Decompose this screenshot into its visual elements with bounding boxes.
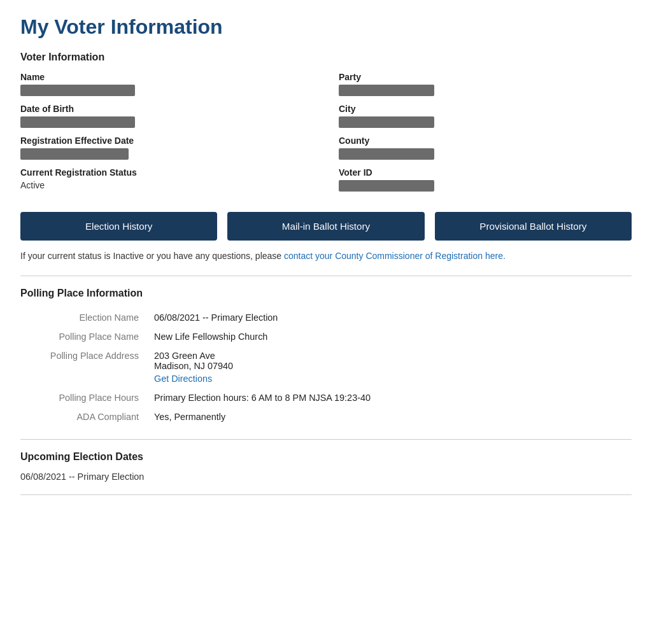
field-city-value [339, 116, 434, 128]
voter-fields-right: Party City County Voter ID [339, 72, 632, 199]
commissioner-link[interactable]: contact your County Commissioner of Regi… [284, 251, 506, 261]
field-voter-id-label: Voter ID [339, 167, 632, 178]
voter-fields-grid: Name Date of Birth Registration Effectiv… [20, 72, 632, 199]
polling-row-ada: ADA Compliant Yes, Permanently [20, 407, 632, 426]
field-voter-id-value [339, 180, 434, 192]
voter-fields-left: Name Date of Birth Registration Effectiv… [20, 72, 313, 199]
field-name-value [20, 85, 135, 96]
provisional-ballot-history-button[interactable]: Provisional Ballot History [435, 212, 632, 241]
field-dob: Date of Birth [20, 104, 313, 128]
polling-row-hours: Polling Place Hours Primary Election hou… [20, 388, 632, 407]
divider-2 [20, 439, 632, 440]
polling-value-ada: Yes, Permanently [154, 407, 632, 426]
field-party-label: Party [339, 72, 632, 82]
field-name: Name [20, 72, 313, 96]
field-party: Party [339, 72, 632, 96]
polling-value-place-name: New Life Fellowship Church [154, 327, 632, 346]
field-name-label: Name [20, 72, 313, 82]
upcoming-elections-section: Upcoming Election Dates 06/08/2021 -- Pr… [20, 451, 632, 482]
polling-place-table: Election Name 06/08/2021 -- Primary Elec… [20, 308, 632, 426]
field-county-label: County [339, 136, 632, 146]
divider-3 [20, 494, 632, 495]
field-voter-id: Voter ID [339, 167, 632, 192]
polling-row-election-name: Election Name 06/08/2021 -- Primary Elec… [20, 308, 632, 327]
field-reg-date-value [20, 148, 129, 160]
mailin-ballot-history-button[interactable]: Mail-in Ballot History [227, 212, 424, 241]
polling-label-ada: ADA Compliant [20, 407, 154, 426]
field-city: City [339, 104, 632, 128]
field-dob-label: Date of Birth [20, 104, 313, 114]
divider-1 [20, 276, 632, 276]
field-county: County [339, 136, 632, 160]
field-county-value [339, 148, 434, 160]
voter-info-section: Voter Information Name Date of Birth Reg… [20, 52, 632, 199]
upcoming-elections-title: Upcoming Election Dates [20, 451, 632, 463]
polling-label-election-name: Election Name [20, 308, 154, 327]
polling-row-place-name: Polling Place Name New Life Fellowship C… [20, 327, 632, 346]
field-reg-date: Registration Effective Date [20, 136, 313, 160]
election-history-button[interactable]: Election History [20, 212, 217, 241]
field-city-label: City [339, 104, 632, 114]
polling-place-title: Polling Place Information [20, 288, 632, 299]
upcoming-election-date: 06/08/2021 -- Primary Election [20, 472, 632, 482]
polling-value-address: 203 Green AveMadison, NJ 07940 Get Direc… [154, 346, 632, 388]
history-buttons-row: Election History Mail-in Ballot History … [20, 212, 632, 241]
polling-label-place-name: Polling Place Name [20, 327, 154, 346]
polling-value-election-name: 06/08/2021 -- Primary Election [154, 308, 632, 327]
page-title: My Voter Information [20, 15, 632, 39]
info-text-static: If your current status is Inactive or yo… [20, 251, 284, 261]
field-reg-date-label: Registration Effective Date [20, 136, 313, 146]
polling-place-section: Polling Place Information Election Name … [20, 288, 632, 426]
polling-label-address: Polling Place Address [20, 346, 154, 388]
field-reg-status-label: Current Registration Status [20, 167, 313, 178]
field-party-value [339, 85, 434, 96]
polling-label-hours: Polling Place Hours [20, 388, 154, 407]
polling-row-address: Polling Place Address 203 Green AveMadis… [20, 346, 632, 388]
field-reg-status-value: Active [20, 180, 313, 190]
voter-info-section-title: Voter Information [20, 52, 632, 63]
polling-value-hours: Primary Election hours: 6 AM to 8 PM NJS… [154, 388, 632, 407]
get-directions-link[interactable]: Get Directions [154, 374, 632, 384]
info-text: If your current status is Inactive or yo… [20, 249, 632, 263]
field-reg-status: Current Registration Status Active [20, 167, 313, 190]
field-dob-value [20, 116, 135, 128]
